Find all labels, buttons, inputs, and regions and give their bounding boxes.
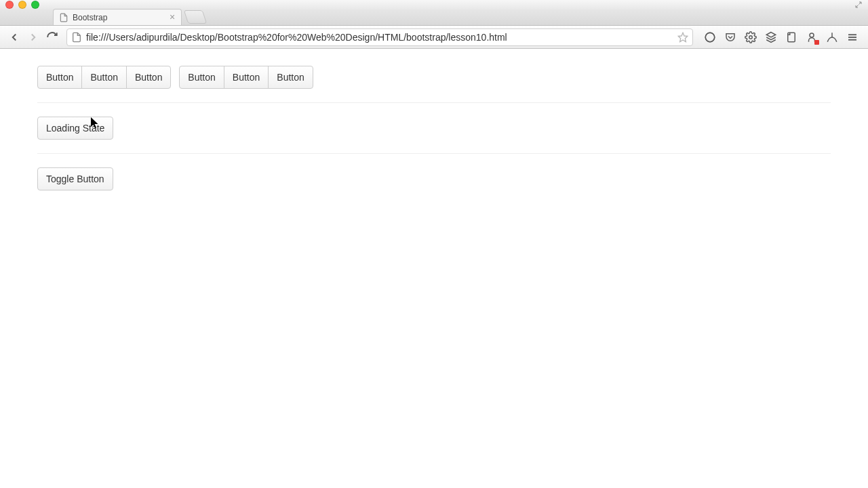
- menu-icon[interactable]: [846, 31, 859, 43]
- close-tab-button[interactable]: ×: [167, 12, 177, 22]
- back-button[interactable]: [8, 31, 20, 43]
- forward-button[interactable]: [27, 31, 39, 43]
- divider: [37, 102, 831, 103]
- maximize-window-button[interactable]: [31, 1, 39, 9]
- bookmark-star-icon[interactable]: [677, 32, 688, 43]
- pocket-icon[interactable]: [724, 31, 736, 43]
- close-window-button[interactable]: [5, 1, 14, 9]
- address-bar[interactable]: file:///Users/adipurdila/Desktop/Bootstr…: [66, 28, 693, 46]
- file-icon: [71, 32, 82, 43]
- button[interactable]: Button: [126, 66, 171, 89]
- loading-state-button[interactable]: Loading State: [37, 117, 113, 140]
- tab-strip: Bootstrap ×: [0, 9, 868, 26]
- svg-marker-0: [678, 33, 687, 41]
- button-groups-row: Button Button Button Button Button Butto…: [37, 66, 831, 89]
- button[interactable]: Button: [268, 66, 313, 89]
- button[interactable]: Button: [37, 66, 82, 89]
- minimize-window-button[interactable]: [18, 1, 26, 9]
- file-icon: [59, 13, 68, 22]
- divider: [37, 153, 831, 154]
- extension-icon[interactable]: [826, 31, 838, 43]
- button-group: Button Button Button: [179, 66, 313, 89]
- page-content: Button Button Button Button Button Butto…: [0, 49, 868, 207]
- svg-point-2: [749, 35, 753, 39]
- extension-icon[interactable]: [806, 31, 818, 43]
- tab-title: Bootstrap: [73, 13, 107, 22]
- button-group: Button Button Button: [37, 66, 171, 89]
- browser-toolbar: file:///Users/adipurdila/Desktop/Bootstr…: [0, 26, 868, 49]
- svg-rect-4: [788, 33, 795, 42]
- fullscreen-icon[interactable]: [854, 1, 863, 9]
- svg-point-5: [810, 33, 814, 37]
- toggle-button[interactable]: Toggle Button: [37, 167, 113, 190]
- settings-gear-icon[interactable]: [745, 31, 757, 43]
- new-tab-button[interactable]: [184, 10, 207, 24]
- button[interactable]: Button: [81, 66, 126, 89]
- window-titlebar: [0, 0, 868, 9]
- extension-icon[interactable]: [704, 31, 716, 43]
- reload-button[interactable]: [46, 31, 58, 43]
- address-bar-url: file:///Users/adipurdila/Desktop/Bootstr…: [86, 32, 673, 43]
- button[interactable]: Button: [179, 66, 224, 89]
- layers-icon[interactable]: [765, 31, 777, 43]
- evernote-icon[interactable]: [785, 31, 797, 43]
- browser-tab[interactable]: Bootstrap ×: [53, 9, 182, 25]
- button[interactable]: Button: [224, 66, 269, 89]
- svg-marker-3: [766, 32, 776, 37]
